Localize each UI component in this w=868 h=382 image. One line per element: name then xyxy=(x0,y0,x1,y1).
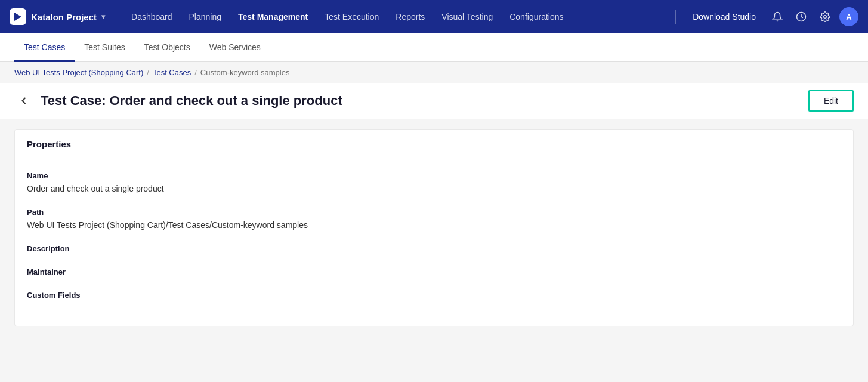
nav-test-execution[interactable]: Test Execution xyxy=(317,7,386,26)
brand-name: Katalon Project xyxy=(31,12,97,22)
prop-name-label: Name xyxy=(27,171,841,180)
nav-reports[interactable]: Reports xyxy=(388,7,432,26)
tab-web-services[interactable]: Web Services xyxy=(200,34,270,62)
nav-configurations[interactable]: Configurations xyxy=(502,7,570,26)
tab-test-suites[interactable]: Test Suites xyxy=(75,34,134,62)
katalon-logo xyxy=(10,8,26,25)
prop-description-label: Description xyxy=(27,244,841,253)
svg-marker-0 xyxy=(14,13,21,21)
properties-body: Name Order and check out a single produc… xyxy=(15,159,853,326)
tab-test-cases[interactable]: Test Cases xyxy=(14,34,75,62)
svg-point-2 xyxy=(824,16,827,19)
breadcrumb: Web UI Tests Project (Shopping Cart) / T… xyxy=(0,62,868,83)
sub-navigation: Test Cases Test Suites Test Objects Web … xyxy=(0,33,868,62)
prop-maintainer-label: Maintainer xyxy=(27,267,841,276)
download-studio-button[interactable]: Download Studio xyxy=(685,8,763,25)
nav-test-management[interactable]: Test Management xyxy=(231,7,315,26)
tab-test-objects[interactable]: Test Objects xyxy=(135,34,200,62)
settings-icon[interactable] xyxy=(816,7,835,26)
notifications-icon[interactable] xyxy=(768,7,787,26)
breadcrumb-sep-2: / xyxy=(194,68,197,77)
prop-custom-fields-label: Custom Fields xyxy=(27,291,841,300)
top-navigation: Katalon Project ▾ Dashboard Planning Tes… xyxy=(0,0,868,33)
user-avatar[interactable]: A xyxy=(839,7,858,26)
prop-path-label: Path xyxy=(27,208,841,217)
nav-planning[interactable]: Planning xyxy=(182,7,229,26)
prop-name-value: Order and check out a single product xyxy=(27,184,841,193)
prop-path-value: Web UI Tests Project (Shopping Cart)/Tes… xyxy=(27,220,841,230)
brand-logo-area[interactable]: Katalon Project ▾ xyxy=(10,8,105,25)
prop-custom-fields-row: Custom Fields xyxy=(27,291,841,300)
breadcrumb-project[interactable]: Web UI Tests Project (Shopping Cart) xyxy=(14,68,143,77)
breadcrumb-sep-1: / xyxy=(147,68,149,77)
edit-button[interactable]: Edit xyxy=(808,90,854,112)
brand-chevron-icon: ▾ xyxy=(101,13,105,21)
nav-visual-testing[interactable]: Visual Testing xyxy=(434,7,500,26)
page-title-area: Test Case: Order and check out a single … xyxy=(14,91,342,110)
back-button[interactable] xyxy=(14,91,33,110)
prop-description-row: Description xyxy=(27,244,841,253)
breadcrumb-test-cases[interactable]: Test Cases xyxy=(153,68,191,77)
page-header: Test Case: Order and check out a single … xyxy=(0,83,868,119)
page-title: Test Case: Order and check out a single … xyxy=(41,93,342,109)
prop-maintainer-row: Maintainer xyxy=(27,267,841,276)
nav-divider xyxy=(675,10,676,24)
main-nav-links: Dashboard Planning Test Management Test … xyxy=(124,7,671,26)
history-icon[interactable] xyxy=(792,7,811,26)
properties-section-title: Properties xyxy=(15,130,853,159)
nav-dashboard[interactable]: Dashboard xyxy=(124,7,180,26)
prop-path-row: Path Web UI Tests Project (Shopping Cart… xyxy=(27,208,841,230)
properties-card: Properties Name Order and check out a si… xyxy=(14,129,854,326)
nav-right-area: Download Studio A xyxy=(671,7,858,26)
prop-name-row: Name Order and check out a single produc… xyxy=(27,171,841,193)
breadcrumb-current: Custom-keyword samples xyxy=(200,68,290,77)
